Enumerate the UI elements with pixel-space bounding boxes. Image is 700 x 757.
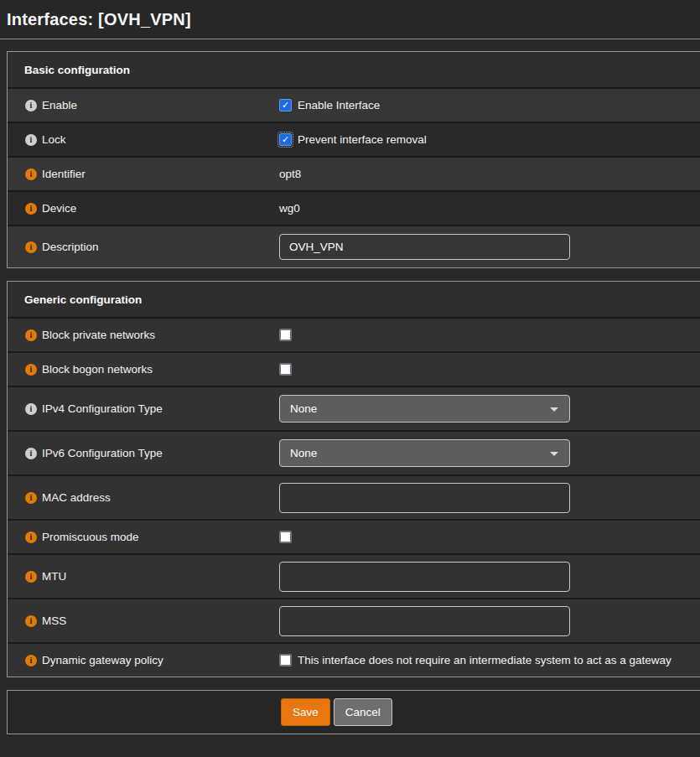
info-icon [25,448,37,459]
info-icon [25,615,37,627]
info-icon [25,329,37,341]
info-icon [25,655,37,666]
row-mss: MSS [8,598,700,642]
lock-label-cell: Lock [8,133,279,146]
mss-label-cell: MSS [8,614,279,627]
row-promiscuous: Promiscuous mode [8,519,700,553]
enable-interface-checkbox-label: Enable Interface [298,99,380,111]
device-value: wg0 [279,202,300,215]
row-dynamic-gateway: Dynamic gateway policy This interface do… [8,642,700,677]
mac-address-input[interactable] [279,483,570,513]
dynamic-gateway-label-cell: Dynamic gateway policy [8,654,279,666]
row-block-private: Block private networks [8,317,700,351]
row-block-bogon: Block bogon networks [8,351,700,386]
ipv6-type-select[interactable]: None [279,439,570,467]
row-enable: Enable Enable Interface [8,87,700,122]
ipv6-type-label-cell: IPv6 Configuration Type [8,447,279,459]
dynamic-gateway-checkbox-label: This interface does not require an inter… [298,654,671,666]
mss-input[interactable] [279,606,570,636]
prevent-removal-checkbox[interactable] [279,133,292,146]
page-header: Interfaces: [OVH_VPN] [0,0,700,39]
identifier-label-cell: Identifier [8,168,279,180]
form-actions-panel: Save Cancel [7,690,700,734]
info-icon [25,403,37,415]
generic-configuration-panel: Generic configuration Block private netw… [7,281,700,677]
info-icon [25,203,37,215]
enable-label: Enable [42,99,77,111]
mtu-input[interactable] [279,562,570,592]
ipv4-type-selected-value: None [290,402,317,415]
generic-section-title: Generic configuration [8,282,700,317]
info-icon [25,531,37,543]
info-icon [25,169,37,180]
ipv4-type-label: IPv4 Configuration Type [42,402,163,415]
block-bogon-label: Block bogon networks [42,363,153,376]
description-label: Description [42,241,99,253]
basic-configuration-panel: Basic configuration Enable Enable Interf… [7,51,700,268]
mac-address-label: MAC address [42,491,111,504]
info-icon [25,492,37,504]
row-mac-address: MAC address [8,474,700,519]
info-icon [25,241,37,253]
enable-interface-checkbox[interactable] [279,99,292,111]
ipv4-type-select[interactable]: None [279,395,570,423]
dynamic-gateway-checkbox[interactable] [279,654,292,666]
description-label-cell: Description [8,241,279,253]
chevron-down-icon [550,407,558,412]
enable-label-cell: Enable [8,99,279,111]
cancel-button[interactable]: Cancel [334,698,392,726]
device-label-cell: Device [8,202,279,215]
row-description: Description [8,225,700,267]
block-private-label: Block private networks [42,329,155,341]
info-icon [25,134,37,146]
row-lock: Lock Prevent interface removal [8,122,700,156]
chevron-down-icon [550,452,558,456]
mtu-label-cell: MTU [8,570,279,583]
lock-label: Lock [42,133,66,146]
device-label: Device [42,202,76,215]
description-input[interactable] [279,234,570,260]
ipv4-type-label-cell: IPv4 Configuration Type [8,402,279,415]
save-button[interactable]: Save [281,698,330,726]
info-icon [25,364,37,376]
block-bogon-checkbox[interactable] [279,363,292,376]
mss-label: MSS [42,614,66,627]
promiscuous-checkbox[interactable] [279,531,292,543]
mtu-label: MTU [42,570,66,583]
row-mtu: MTU [8,553,700,598]
prevent-removal-checkbox-label: Prevent interface removal [298,133,427,146]
ipv6-type-selected-value: None [290,447,317,459]
info-icon [25,100,37,111]
identifier-value: opt8 [279,168,301,180]
page-title: Interfaces: [OVH_VPN] [7,10,191,29]
row-identifier: Identifier opt8 [8,156,700,190]
row-device: Device wg0 [8,190,700,225]
block-bogon-label-cell: Block bogon networks [8,363,279,376]
row-ipv6-type: IPv6 Configuration Type None [8,430,700,474]
promiscuous-label: Promiscuous mode [42,531,139,543]
row-ipv4-type: IPv4 Configuration Type None [8,386,700,430]
basic-section-title: Basic configuration [8,52,700,87]
block-private-label-cell: Block private networks [8,329,279,341]
block-private-checkbox[interactable] [279,329,292,341]
promiscuous-label-cell: Promiscuous mode [8,531,279,543]
dynamic-gateway-label: Dynamic gateway policy [42,654,163,666]
mac-address-label-cell: MAC address [8,491,279,504]
ipv6-type-label: IPv6 Configuration Type [42,447,163,459]
identifier-label: Identifier [42,168,86,180]
info-icon [25,571,37,583]
